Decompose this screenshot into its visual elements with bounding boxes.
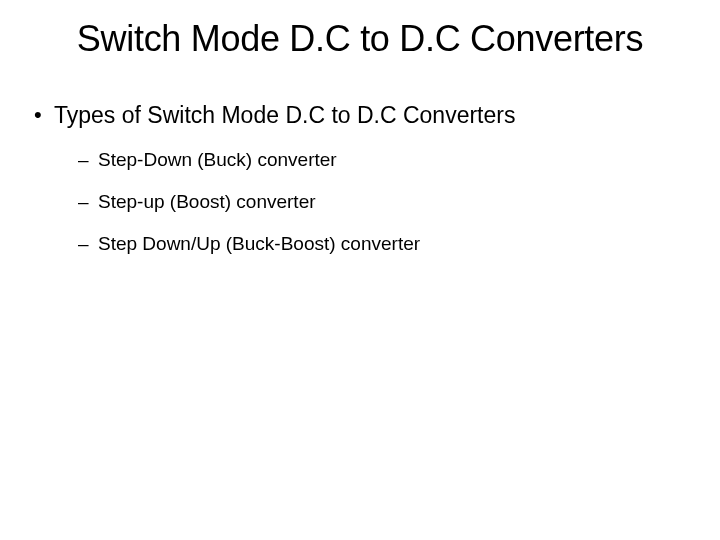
slide-container: Switch Mode D.C to D.C Converters Types … [0,0,720,540]
slide-title: Switch Mode D.C to D.C Converters [0,18,720,60]
bullet-level2: Step-up (Boost) converter [78,191,720,213]
bullet-text: Step-up (Boost) converter [98,191,316,212]
bullet-level2: Step-Down (Buck) converter [78,149,720,171]
bullet-text: Step Down/Up (Buck-Boost) converter [98,233,420,254]
bullet-level2: Step Down/Up (Buck-Boost) converter [78,233,720,255]
bullet-text: Types of Switch Mode D.C to D.C Converte… [54,102,515,128]
bullet-text: Step-Down (Buck) converter [98,149,337,170]
bullet-level1: Types of Switch Mode D.C to D.C Converte… [34,102,720,129]
